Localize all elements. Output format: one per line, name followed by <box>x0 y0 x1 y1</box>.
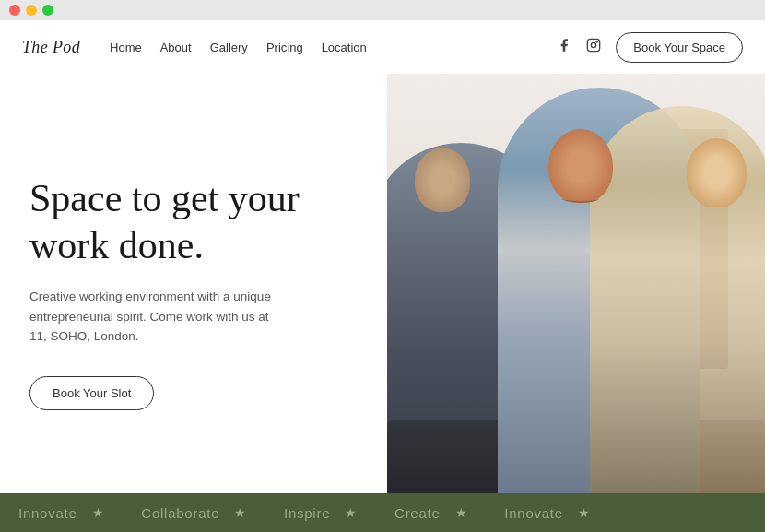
banner-text-0: Innovate <box>18 505 77 521</box>
nav-home[interactable]: Home <box>110 41 142 54</box>
banner-item-2: Inspire ★ <box>265 505 376 521</box>
hero-image <box>387 74 765 493</box>
banner-track: Innovate ★ Collaborate ★ Inspire ★ Creat… <box>0 505 609 521</box>
banner-text-2: Inspire <box>284 505 330 521</box>
banner-star-0: ★ <box>92 505 105 520</box>
title-bar <box>0 0 765 20</box>
banner-text-3: Create <box>394 505 441 521</box>
minimize-dot[interactable] <box>26 5 37 16</box>
hero-left: Space to get your work done. Creative wo… <box>0 74 387 493</box>
face-right <box>687 138 747 207</box>
hero-section: Space to get your work done. Creative wo… <box>0 74 765 493</box>
banner-item-1: Collaborate ★ <box>123 505 265 521</box>
close-dot[interactable] <box>9 5 20 16</box>
banner-star-1: ★ <box>234 505 247 520</box>
svg-point-2 <box>596 41 597 42</box>
banner-item-3: Create ★ <box>376 505 486 521</box>
face-center <box>548 129 613 203</box>
banner-text-4: Innovate <box>504 505 563 521</box>
hero-subtext: Creative working environment with a uniq… <box>29 287 288 347</box>
nav-right: Book Your Space <box>557 32 743 63</box>
nav-gallery[interactable]: Gallery <box>210 41 248 54</box>
facebook-icon[interactable] <box>557 38 571 56</box>
hero-photo <box>387 74 765 493</box>
navbar: The Pod Home About Gallery Pricing Locat… <box>0 20 765 74</box>
nav-pricing[interactable]: Pricing <box>266 41 303 54</box>
book-space-button[interactable]: Book Your Space <box>616 32 743 63</box>
banner-star-3: ★ <box>455 505 468 520</box>
hero-headline: Space to get your work done. <box>29 175 358 268</box>
expand-dot[interactable] <box>42 5 53 16</box>
book-slot-button[interactable]: Book Your Slot <box>29 376 154 410</box>
nav-about[interactable]: About <box>160 41 192 54</box>
site-logo[interactable]: The Pod <box>22 38 80 57</box>
banner-star-4: ★ <box>578 505 591 520</box>
nav-links: Home About Gallery Pricing Location <box>110 41 557 54</box>
banner-item-0: Innovate ★ <box>0 505 123 521</box>
nav-location[interactable]: Location <box>322 41 367 54</box>
site-wrapper: The Pod Home About Gallery Pricing Locat… <box>0 20 765 532</box>
face-left <box>415 148 470 212</box>
svg-point-1 <box>592 42 596 47</box>
scrolling-banner: Innovate ★ Collaborate ★ Inspire ★ Creat… <box>0 493 765 532</box>
banner-text-1: Collaborate <box>141 505 219 521</box>
banner-star-2: ★ <box>345 505 358 520</box>
svg-rect-0 <box>588 39 600 51</box>
smile-detail <box>562 194 599 203</box>
instagram-icon[interactable] <box>586 38 601 56</box>
banner-item-4: Innovate ★ <box>486 505 608 521</box>
